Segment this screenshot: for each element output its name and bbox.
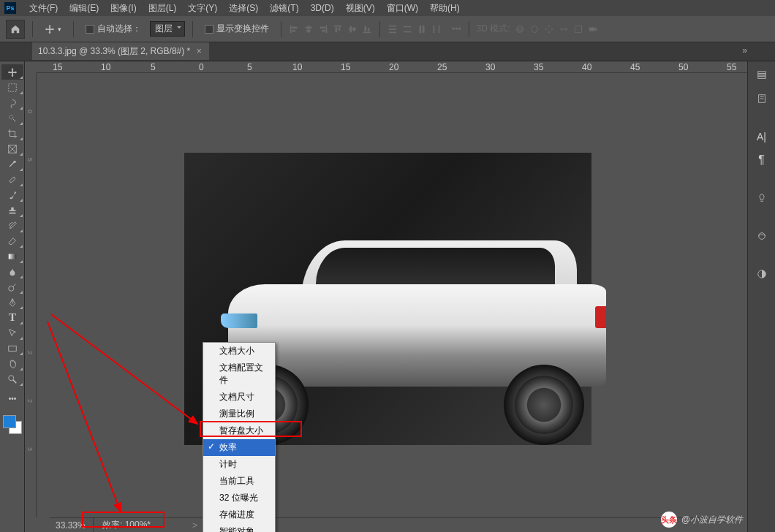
svg-rect-30 <box>575 26 581 32</box>
menu-select[interactable]: 选择(S) <box>223 0 264 16</box>
frame-tool[interactable] <box>1 141 23 156</box>
panel-adjustments-icon[interactable] <box>754 266 770 282</box>
canvas-area[interactable]: 151050510152025303540455055 05223 文档大小 文… <box>25 61 747 532</box>
pen-tool[interactable] <box>1 294 23 310</box>
ctx-doc-profile[interactable]: 文档配置文件 <box>203 360 275 389</box>
crop-tool[interactable] <box>1 126 23 141</box>
blur-tool[interactable] <box>1 264 23 279</box>
path-select-tool[interactable] <box>1 325 23 341</box>
panel-history-icon[interactable] <box>754 67 770 83</box>
auto-select-checkbox[interactable]: 自动选择： <box>81 20 145 37</box>
menu-file[interactable]: 文件(F) <box>23 0 64 16</box>
marquee-tool[interactable] <box>1 80 23 95</box>
align-top-icon[interactable] <box>333 24 343 34</box>
status-menu-arrow-icon[interactable]: > <box>192 520 197 531</box>
separator <box>32 21 33 37</box>
lasso-tool[interactable] <box>1 95 23 110</box>
ruler-horizontal: 151050510152025303540455055 <box>37 61 747 73</box>
align-left-icon[interactable] <box>289 24 299 34</box>
menu-type[interactable]: 文字(Y) <box>182 0 223 16</box>
svg-point-28 <box>516 28 523 31</box>
zoom-tool[interactable] <box>1 371 23 387</box>
brush-tool[interactable] <box>1 187 23 202</box>
align-right-icon[interactable] <box>318 24 328 34</box>
menu-image[interactable]: 图像(I) <box>105 0 142 16</box>
3d-slide-icon <box>559 24 569 34</box>
eyedropper-tool[interactable] <box>1 156 23 172</box>
more-options-icon[interactable]: ••• <box>452 24 461 34</box>
svg-rect-32 <box>9 83 17 91</box>
svg-rect-21 <box>404 26 412 27</box>
eraser-tool[interactable] <box>1 233 23 248</box>
ctx-save-progress[interactable]: 存储进度 <box>203 506 275 523</box>
show-transform-checkbox[interactable]: 显示变换控件 <box>200 20 273 37</box>
ctx-smart-objects[interactable]: 智能对象 <box>203 523 275 532</box>
distribute-v-icon[interactable] <box>402 24 412 34</box>
rectangle-tool[interactable] <box>1 341 23 356</box>
history-brush-tool[interactable] <box>1 218 23 233</box>
panel-hint-icon[interactable] <box>754 190 770 206</box>
gradient-tool[interactable] <box>1 248 23 264</box>
status-zoom[interactable]: 33.33% <box>50 518 94 532</box>
separator <box>379 21 380 37</box>
stamp-tool[interactable] <box>1 202 23 218</box>
dodge-tool[interactable] <box>1 279 23 294</box>
home-button[interactable] <box>6 20 25 39</box>
3d-scale-icon <box>573 24 583 34</box>
panel-properties-icon[interactable] <box>754 91 770 107</box>
quick-select-tool[interactable] <box>1 110 23 126</box>
color-swatches[interactable] <box>3 415 22 434</box>
menu-layer[interactable]: 图层(L) <box>143 0 183 16</box>
ctx-scratch-sizes[interactable]: 暂存盘大小 <box>203 422 275 439</box>
svg-point-39 <box>9 375 14 380</box>
ctx-timing[interactable]: 计时 <box>203 456 275 473</box>
ruler-vertical: 05223 <box>25 73 37 517</box>
align-center-v-icon[interactable] <box>347 24 358 34</box>
svg-rect-38 <box>9 346 17 351</box>
edit-toolbar-icon[interactable]: ••• <box>1 391 23 406</box>
toolbar: T ••• <box>0 61 25 532</box>
move-tool-icon[interactable]: ▾ <box>40 22 66 37</box>
distribute-top-icon[interactable] <box>388 24 398 34</box>
document-tab-bar: 10.3.3.jpg @ 33.3% (图层 2, RGB/8#) * × <box>0 42 775 61</box>
svg-rect-1 <box>292 26 297 28</box>
menu-3d[interactable]: 3D(D) <box>305 0 340 16</box>
3d-mode-label: 3D 模式: <box>477 23 510 35</box>
ctx-doc-dims[interactable]: 文档尺寸 <box>203 389 275 406</box>
auto-select-dropdown[interactable]: 图层 <box>150 21 185 37</box>
status-context-menu: 文档大小 文档配置文件 文档尺寸 测量比例 暂存盘大小 效率 计时 当前工具 3… <box>203 342 276 532</box>
collapse-tabs-icon[interactable]: » <box>742 45 747 56</box>
panel-character-icon[interactable]: A| <box>754 129 770 145</box>
ctx-measure-scale[interactable]: 测量比例 <box>203 406 275 422</box>
ctx-doc-size[interactable]: 文档大小 <box>203 343 275 360</box>
document-tab[interactable]: 10.3.3.jpg @ 33.3% (图层 2, RGB/8#) * × <box>32 42 209 60</box>
svg-rect-17 <box>368 28 370 31</box>
hand-tool[interactable] <box>1 356 23 371</box>
separator <box>281 21 281 37</box>
foreground-color[interactable] <box>3 415 16 428</box>
menu-window[interactable]: 窗口(W) <box>381 0 424 16</box>
align-center-h-icon[interactable] <box>303 24 314 34</box>
svg-point-27 <box>516 26 523 32</box>
menu-view[interactable]: 视图(V) <box>340 0 381 16</box>
panel-paragraph-icon[interactable]: ¶ <box>754 152 770 168</box>
watermark: 头条 @小波自学软件 <box>661 512 743 528</box>
healing-tool[interactable] <box>1 172 23 187</box>
align-bottom-icon[interactable] <box>362 24 372 34</box>
document-tab-title: 10.3.3.jpg @ 33.3% (图层 2, RGB/8#) * <box>38 42 190 60</box>
ctx-efficiency[interactable]: 效率 <box>203 439 275 456</box>
menu-filter[interactable]: 滤镜(T) <box>264 0 304 16</box>
distribute-h-icon[interactable] <box>431 24 442 34</box>
status-info[interactable]: 效率: 100%* <box>94 519 189 531</box>
type-tool[interactable]: T <box>1 310 23 325</box>
ctx-32bit-exposure[interactable]: 32 位曝光 <box>203 490 275 506</box>
menu-edit[interactable]: 编辑(E) <box>64 0 105 16</box>
svg-point-37 <box>9 286 14 291</box>
close-tab-icon[interactable]: × <box>194 47 203 56</box>
ctx-current-tool[interactable]: 当前工具 <box>203 473 275 490</box>
panel-libraries-icon[interactable] <box>754 228 770 244</box>
svg-rect-0 <box>290 25 292 33</box>
menu-help[interactable]: 帮助(H) <box>424 0 466 16</box>
distribute-bottom-icon[interactable] <box>417 24 427 34</box>
move-tool[interactable] <box>1 64 23 80</box>
